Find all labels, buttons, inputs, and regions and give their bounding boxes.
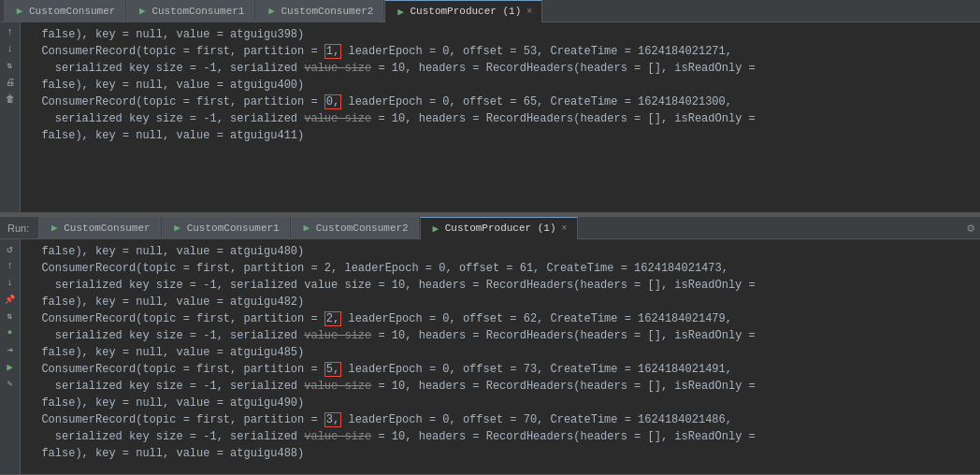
tab-bc-custom-consumer2[interactable]: ▶ CustomConsumer2 [291,217,419,239]
tab-label-2: CustomConsumer2 [281,6,373,17]
sort-icon[interactable]: ⇅ [2,58,19,73]
indent-icon[interactable]: ⇥ [2,342,19,357]
run-icon-1: ▶ [172,223,183,234]
tab-label-b1: CustomConsumer1 [187,223,280,234]
tab-label-1: CustomConsumer1 [151,6,244,17]
blog-line-10: false), key = null, value = atguigu490) [28,395,973,411]
close-icon-b[interactable]: × [562,223,568,234]
tab-bc-custom-consumer1[interactable]: ▶ CustomConsumer1 [162,217,290,239]
gear-icon[interactable]: ⚙ [967,221,974,236]
tab-bc-custom-consumer[interactable]: ▶ CustomConsumer [38,217,160,239]
tab-label: CustomConsumer [29,6,115,17]
tab-custom-producer[interactable]: ▶ CustomProducer (1) × [384,0,542,22]
tab-label-b0: CustomConsumer [64,223,150,234]
strikethrough-value-2: value size [304,112,371,125]
tab-custom-consumer2[interactable]: ▶ CustomConsumer2 [255,0,383,22]
console-icon-2: ▶ [266,6,277,17]
sort-b-icon[interactable]: ⇅ [2,309,19,324]
blog-line-2: ConsumerRecord(topic = first, partition … [28,260,973,277]
bottom-side-icons: ↺ ↑ ↓ 📌 ⇅ ● ⇥ ▶ ✎ [0,239,21,474]
highlight-partition-b2: 5, [324,362,341,377]
blog-line-5: ConsumerRecord(topic = first, partition … [28,310,973,327]
highlight-partition-b3: 3, [324,412,341,427]
ide-window: ▶ CustomConsumer ▶ CustomConsumer1 ▶ Cus… [0,0,980,475]
top-side-icons: ↑ ↓ ⇅ 🖨 🗑 [0,22,21,212]
scroll-up-b-icon[interactable]: ↑ [2,258,19,273]
bottom-console-area: ↺ ↑ ↓ 📌 ⇅ ● ⇥ ▶ ✎ false), key = null, va… [0,239,980,474]
log-line-1: false), key = null, value = atguigu398) [28,26,973,43]
blog-line-12: serialized key size = -1, serialized val… [28,428,973,445]
highlight-partition-2: 0, [324,94,341,109]
blog-line-11: ConsumerRecord(topic = first, partition … [28,411,973,428]
strikethrough-value-1: value size [304,62,371,75]
log-line-5: ConsumerRecord(topic = first, partition … [28,94,973,110]
blog-line-8: ConsumerRecord(topic = first, partition … [28,361,973,378]
blog-line-6: serialized key size = -1, serialized val… [28,327,973,344]
console-icon-1: ▶ [137,6,148,17]
log-line-4: false), key = null, value = atguigu400) [28,77,973,94]
run-icon-3: ▶ [430,223,441,234]
top-content: false), key = null, value = atguigu398) … [21,22,980,212]
top-console-area: ↑ ↓ ⇅ 🖨 🗑 false), key = null, value = at… [0,22,980,212]
strikethrough-value-b1: value size [304,329,371,342]
run-icon-2: ▶ [301,223,312,234]
tab-label-3: CustomProducer (1) [410,6,521,17]
tab-custom-consumer[interactable]: ▶ CustomConsumer [4,0,125,22]
filter-icon[interactable]: ● [2,325,19,340]
highlight-partition-1: 1, [324,44,341,59]
bottom-panel: Run: ▶ CustomConsumer ▶ CustomConsumer1 … [0,217,980,475]
strikethrough-value-b3: value size [304,430,371,443]
blog-line-13: false), key = null, value = atguigu488) [28,445,973,462]
blog-line-7: false), key = null, value = atguigu485) [28,344,973,361]
print-icon[interactable]: 🖨 [2,75,19,90]
tab-bc-custom-producer[interactable]: ▶ CustomProducer (1) × [420,217,578,239]
play-b-icon[interactable]: ▶ [2,359,19,374]
scroll-down-icon[interactable]: ↓ [2,41,19,56]
log-line-6: serialized key size = -1, serialized val… [28,110,973,127]
log-line-3: serialized key size = -1, serialized val… [28,60,973,77]
scroll-up-icon[interactable]: ↑ [2,24,19,39]
run-label: Run: [4,223,33,234]
clear-icon[interactable]: 🗑 [2,92,19,107]
blog-line-4: false), key = null, value = atguigu482) [28,294,973,310]
top-tab-bar: ▶ CustomConsumer ▶ CustomConsumer1 ▶ Cus… [0,0,980,22]
scroll-down-b-icon[interactable]: ↓ [2,275,19,290]
blog-line-1: false), key = null, value = atguigu480) [28,243,973,260]
console-icon: ▶ [14,6,25,17]
run-icon-0: ▶ [49,223,60,234]
restart-icon[interactable]: ↺ [2,241,19,256]
close-icon[interactable]: × [526,7,532,17]
tab-label-b2: CustomConsumer2 [316,223,409,234]
strikethrough-value-b2: value size [304,380,371,393]
top-panel: ▶ CustomConsumer ▶ CustomConsumer1 ▶ Cus… [0,0,980,213]
blog-line-3: serialized key size = -1, serialized val… [28,277,973,294]
bottom-tab-bar: Run: ▶ CustomConsumer ▶ CustomConsumer1 … [0,217,980,239]
blog-line-9: serialized key size = -1, serialized val… [28,378,973,395]
tab-label-b3: CustomProducer (1) [445,223,556,234]
highlight-partition-b1: 2, [324,311,341,326]
edit-icon[interactable]: ✎ [2,376,19,391]
pin-icon[interactable]: 📌 [2,292,19,307]
log-line-7: false), key = null, value = atguigu411) [28,127,973,144]
log-line-2: ConsumerRecord(topic = first, partition … [28,43,973,60]
tab-custom-consumer1[interactable]: ▶ CustomConsumer1 [126,0,254,22]
console-icon-3: ▶ [395,6,406,17]
bottom-content: false), key = null, value = atguigu480) … [21,239,980,474]
